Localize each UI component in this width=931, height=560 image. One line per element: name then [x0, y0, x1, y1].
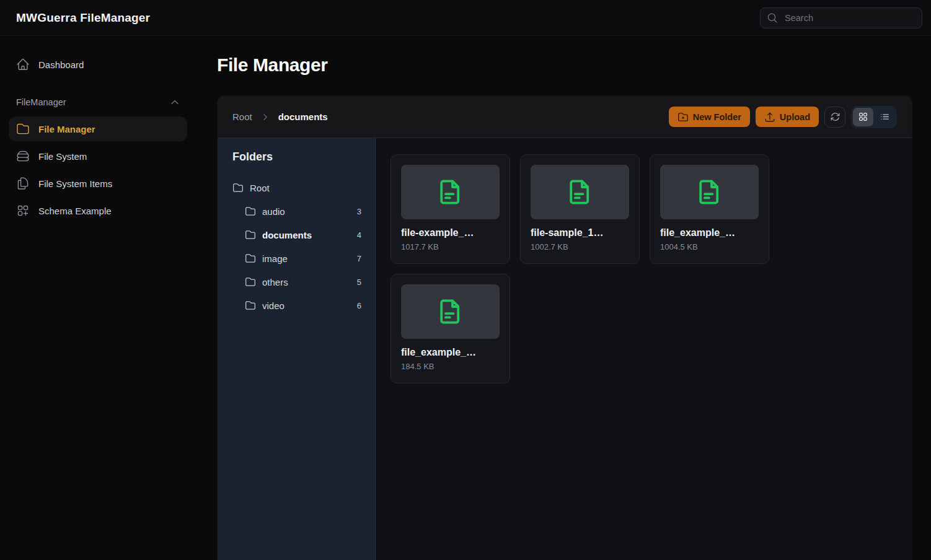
folder-icon — [245, 229, 256, 240]
folders-panel: Folders Root — [218, 138, 376, 560]
upload-label: Upload — [780, 112, 810, 122]
folder-plus-icon — [677, 112, 689, 123]
refresh-button[interactable] — [824, 107, 845, 128]
file-thumbnail — [531, 165, 629, 219]
folder-label: video — [262, 300, 285, 311]
file-manager-toolbar: Root documents New Folder — [218, 96, 912, 138]
view-mode-toggle — [851, 106, 897, 128]
topbar: MWGuerra FileManager — [0, 0, 931, 36]
file-card[interactable]: file_example_… 184.5 KB — [390, 274, 510, 383]
folder-label: documents — [262, 230, 312, 240]
document-icon — [565, 177, 595, 207]
folder-count-badge: 6 — [357, 301, 361, 310]
folder-tree-item[interactable]: image 7 — [218, 247, 375, 270]
file-card[interactable]: file_example_… 1004.5 KB — [650, 154, 769, 264]
files-grid: file-example_… 1017.7 KB file-sample_1… — [376, 138, 912, 560]
folder-count-badge: 3 — [357, 207, 361, 216]
folder-label: image — [262, 253, 288, 264]
sidebar-item-label: File Manager — [38, 124, 95, 134]
toolbar-actions: New Folder Upload — [663, 106, 897, 128]
sidebar-item-schema-example[interactable]: Schema Example — [9, 198, 187, 223]
file-thumbnail — [660, 165, 759, 219]
upload-button[interactable]: Upload — [756, 107, 819, 127]
new-folder-button[interactable]: New Folder — [669, 107, 750, 127]
folder-icon — [245, 276, 256, 287]
global-search[interactable] — [760, 7, 922, 28]
folder-icon — [245, 300, 256, 311]
document-icon — [436, 297, 466, 326]
file-manager-body: Folders Root — [218, 138, 912, 560]
chevron-up-icon — [170, 97, 180, 107]
file-name: file-sample_1… — [531, 227, 629, 238]
folder-count-badge: 4 — [357, 230, 361, 240]
list-icon — [880, 112, 890, 122]
sidebar-group-filemanager[interactable]: FileManager — [9, 94, 187, 110]
chevron-right-icon — [261, 113, 270, 121]
refresh-icon — [830, 112, 841, 122]
grid-icon — [858, 112, 868, 122]
breadcrumb: Root documents — [232, 112, 328, 122]
folder-count-badge: 5 — [357, 278, 361, 287]
sidebar-group-label: FileManager — [16, 97, 66, 107]
folder-tree-item[interactable]: others 5 — [218, 270, 375, 294]
file-name: file_example_… — [401, 347, 500, 358]
file-card[interactable]: file-example_… 1017.7 KB — [390, 154, 510, 264]
folder-tree-children: audio 3 documents 4 — [218, 199, 375, 317]
folder-label: others — [262, 277, 288, 287]
document-duplicate-icon — [16, 177, 30, 190]
sidebar-item-label: File System — [38, 151, 87, 162]
sidebar-item-dashboard[interactable]: Dashboard — [9, 52, 187, 77]
page-title: File Manager — [217, 55, 912, 76]
file-card[interactable]: file-sample_1… 1002.7 KB — [520, 154, 640, 264]
file-name: file_example_… — [660, 227, 759, 238]
document-icon — [695, 177, 725, 207]
folder-label: audio — [262, 206, 285, 217]
folder-count-badge: 7 — [357, 254, 361, 263]
file-size: 184.5 KB — [401, 362, 500, 371]
sidebar-item-file-manager[interactable]: File Manager — [9, 116, 187, 141]
server-stack-icon — [16, 149, 30, 163]
sidebar: Dashboard FileManager File Manager File … — [0, 36, 197, 560]
search-icon — [767, 12, 778, 24]
main-layout: Dashboard FileManager File Manager File … — [0, 36, 931, 560]
folder-tree-item[interactable]: documents 4 — [218, 223, 375, 247]
folder-icon — [16, 122, 30, 136]
folder-tree-item[interactable]: video 6 — [218, 294, 375, 317]
main-content: File Manager Root documents New — [197, 36, 931, 560]
folder-tree-root[interactable]: Root — [218, 176, 375, 199]
home-icon — [16, 58, 30, 71]
file-size: 1002.7 KB — [531, 242, 629, 252]
sidebar-item-file-system-items[interactable]: File System Items — [9, 171, 187, 196]
folder-icon — [232, 182, 244, 193]
app-title: MWGuerra FileManager — [16, 11, 150, 25]
squares-plus-icon — [16, 204, 30, 217]
upload-icon — [764, 112, 775, 123]
file-thumbnail — [401, 284, 500, 339]
new-folder-label: New Folder — [693, 112, 741, 122]
file-name: file-example_… — [401, 227, 500, 238]
breadcrumb-current: documents — [278, 112, 328, 122]
file-size: 1004.5 KB — [660, 242, 759, 252]
sidebar-item-label: Dashboard — [38, 59, 84, 70]
file-manager-card: Root documents New Folder — [217, 95, 912, 560]
list-view-button[interactable] — [875, 108, 895, 126]
sidebar-item-label: Schema Example — [38, 206, 112, 216]
sidebar-item-file-system[interactable]: File System — [9, 144, 187, 168]
sidebar-item-label: File System Items — [38, 178, 112, 189]
folder-label: Root — [250, 183, 270, 193]
folder-tree-item[interactable]: audio 3 — [218, 199, 375, 223]
file-thumbnail — [401, 165, 500, 219]
file-size: 1017.7 KB — [401, 242, 500, 252]
document-icon — [436, 177, 466, 207]
grid-view-button[interactable] — [853, 108, 873, 126]
folders-heading: Folders — [218, 151, 375, 164]
search-input[interactable] — [783, 12, 916, 24]
breadcrumb-root[interactable]: Root — [232, 112, 252, 122]
folder-icon — [245, 206, 256, 217]
folder-icon — [245, 253, 256, 264]
